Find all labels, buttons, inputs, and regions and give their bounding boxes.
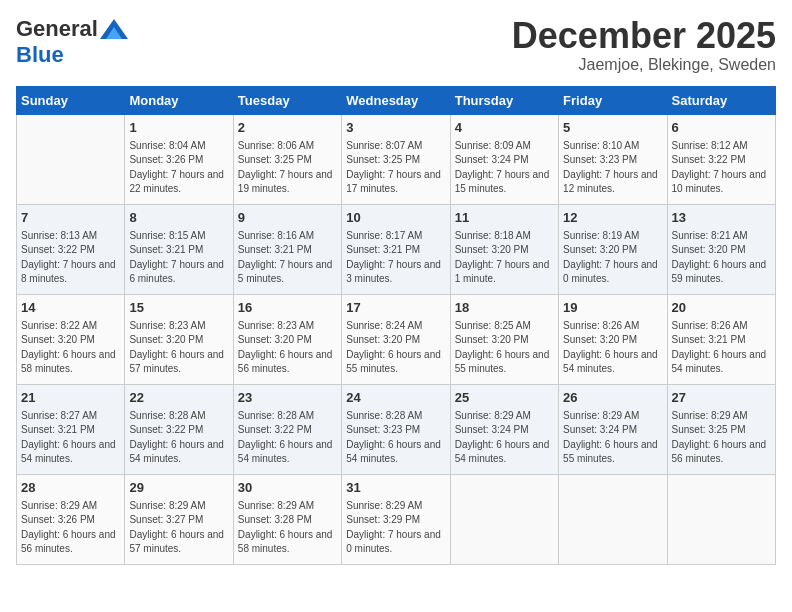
- calendar-cell: 16Sunrise: 8:23 AMSunset: 3:20 PMDayligh…: [233, 294, 341, 384]
- day-info: Sunrise: 8:29 AMSunset: 3:28 PMDaylight:…: [238, 499, 337, 557]
- calendar-cell: 22Sunrise: 8:28 AMSunset: 3:22 PMDayligh…: [125, 384, 233, 474]
- calendar-cell: 28Sunrise: 8:29 AMSunset: 3:26 PMDayligh…: [17, 474, 125, 564]
- day-info: Sunrise: 8:12 AMSunset: 3:22 PMDaylight:…: [672, 139, 771, 197]
- calendar-cell: 5Sunrise: 8:10 AMSunset: 3:23 PMDaylight…: [559, 114, 667, 204]
- calendar-header: SundayMondayTuesdayWednesdayThursdayFrid…: [17, 86, 776, 114]
- calendar-week-1: 1Sunrise: 8:04 AMSunset: 3:26 PMDaylight…: [17, 114, 776, 204]
- calendar-cell: 18Sunrise: 8:25 AMSunset: 3:20 PMDayligh…: [450, 294, 558, 384]
- day-info: Sunrise: 8:06 AMSunset: 3:25 PMDaylight:…: [238, 139, 337, 197]
- day-number: 17: [346, 299, 445, 317]
- location-subtitle: Jaemjoe, Blekinge, Sweden: [512, 56, 776, 74]
- day-number: 27: [672, 389, 771, 407]
- day-info: Sunrise: 8:04 AMSunset: 3:26 PMDaylight:…: [129, 139, 228, 197]
- day-info: Sunrise: 8:29 AMSunset: 3:26 PMDaylight:…: [21, 499, 120, 557]
- day-info: Sunrise: 8:07 AMSunset: 3:25 PMDaylight:…: [346, 139, 445, 197]
- logo: General Blue: [16, 16, 128, 68]
- calendar-cell: 9Sunrise: 8:16 AMSunset: 3:21 PMDaylight…: [233, 204, 341, 294]
- day-info: Sunrise: 8:26 AMSunset: 3:21 PMDaylight:…: [672, 319, 771, 377]
- calendar-cell: 3Sunrise: 8:07 AMSunset: 3:25 PMDaylight…: [342, 114, 450, 204]
- day-number: 23: [238, 389, 337, 407]
- calendar-cell: 27Sunrise: 8:29 AMSunset: 3:25 PMDayligh…: [667, 384, 775, 474]
- logo-general-text: General: [16, 16, 98, 42]
- day-info: Sunrise: 8:09 AMSunset: 3:24 PMDaylight:…: [455, 139, 554, 197]
- day-info: Sunrise: 8:10 AMSunset: 3:23 PMDaylight:…: [563, 139, 662, 197]
- calendar-cell: 10Sunrise: 8:17 AMSunset: 3:21 PMDayligh…: [342, 204, 450, 294]
- day-number: 4: [455, 119, 554, 137]
- calendar-table: SundayMondayTuesdayWednesdayThursdayFrid…: [16, 86, 776, 565]
- day-info: Sunrise: 8:28 AMSunset: 3:23 PMDaylight:…: [346, 409, 445, 467]
- page-header: General Blue December 2025 Jaemjoe, Blek…: [16, 16, 776, 74]
- day-number: 25: [455, 389, 554, 407]
- calendar-cell: 15Sunrise: 8:23 AMSunset: 3:20 PMDayligh…: [125, 294, 233, 384]
- calendar-week-2: 7Sunrise: 8:13 AMSunset: 3:22 PMDaylight…: [17, 204, 776, 294]
- weekday-header-tuesday: Tuesday: [233, 86, 341, 114]
- day-number: 3: [346, 119, 445, 137]
- calendar-cell: 19Sunrise: 8:26 AMSunset: 3:20 PMDayligh…: [559, 294, 667, 384]
- day-number: 10: [346, 209, 445, 227]
- calendar-body: 1Sunrise: 8:04 AMSunset: 3:26 PMDaylight…: [17, 114, 776, 564]
- calendar-cell: [17, 114, 125, 204]
- day-info: Sunrise: 8:26 AMSunset: 3:20 PMDaylight:…: [563, 319, 662, 377]
- day-number: 8: [129, 209, 228, 227]
- day-number: 15: [129, 299, 228, 317]
- day-info: Sunrise: 8:29 AMSunset: 3:27 PMDaylight:…: [129, 499, 228, 557]
- day-number: 20: [672, 299, 771, 317]
- day-number: 13: [672, 209, 771, 227]
- calendar-cell: [450, 474, 558, 564]
- day-number: 11: [455, 209, 554, 227]
- day-info: Sunrise: 8:29 AMSunset: 3:25 PMDaylight:…: [672, 409, 771, 467]
- calendar-cell: 25Sunrise: 8:29 AMSunset: 3:24 PMDayligh…: [450, 384, 558, 474]
- day-info: Sunrise: 8:19 AMSunset: 3:20 PMDaylight:…: [563, 229, 662, 287]
- day-info: Sunrise: 8:29 AMSunset: 3:29 PMDaylight:…: [346, 499, 445, 557]
- calendar-cell: 7Sunrise: 8:13 AMSunset: 3:22 PMDaylight…: [17, 204, 125, 294]
- day-number: 29: [129, 479, 228, 497]
- day-number: 30: [238, 479, 337, 497]
- weekday-header-friday: Friday: [559, 86, 667, 114]
- day-info: Sunrise: 8:28 AMSunset: 3:22 PMDaylight:…: [129, 409, 228, 467]
- calendar-cell: 21Sunrise: 8:27 AMSunset: 3:21 PMDayligh…: [17, 384, 125, 474]
- day-number: 14: [21, 299, 120, 317]
- day-number: 12: [563, 209, 662, 227]
- calendar-week-4: 21Sunrise: 8:27 AMSunset: 3:21 PMDayligh…: [17, 384, 776, 474]
- calendar-cell: 30Sunrise: 8:29 AMSunset: 3:28 PMDayligh…: [233, 474, 341, 564]
- day-number: 16: [238, 299, 337, 317]
- day-number: 24: [346, 389, 445, 407]
- calendar-week-5: 28Sunrise: 8:29 AMSunset: 3:26 PMDayligh…: [17, 474, 776, 564]
- day-number: 5: [563, 119, 662, 137]
- weekday-header-wednesday: Wednesday: [342, 86, 450, 114]
- day-number: 22: [129, 389, 228, 407]
- weekday-row: SundayMondayTuesdayWednesdayThursdayFrid…: [17, 86, 776, 114]
- calendar-cell: 2Sunrise: 8:06 AMSunset: 3:25 PMDaylight…: [233, 114, 341, 204]
- calendar-cell: 1Sunrise: 8:04 AMSunset: 3:26 PMDaylight…: [125, 114, 233, 204]
- calendar-cell: 23Sunrise: 8:28 AMSunset: 3:22 PMDayligh…: [233, 384, 341, 474]
- day-info: Sunrise: 8:13 AMSunset: 3:22 PMDaylight:…: [21, 229, 120, 287]
- day-number: 6: [672, 119, 771, 137]
- calendar-week-3: 14Sunrise: 8:22 AMSunset: 3:20 PMDayligh…: [17, 294, 776, 384]
- day-info: Sunrise: 8:28 AMSunset: 3:22 PMDaylight:…: [238, 409, 337, 467]
- day-info: Sunrise: 8:24 AMSunset: 3:20 PMDaylight:…: [346, 319, 445, 377]
- day-info: Sunrise: 8:18 AMSunset: 3:20 PMDaylight:…: [455, 229, 554, 287]
- title-block: December 2025 Jaemjoe, Blekinge, Sweden: [512, 16, 776, 74]
- calendar-cell: 17Sunrise: 8:24 AMSunset: 3:20 PMDayligh…: [342, 294, 450, 384]
- logo-blue-text: Blue: [16, 42, 64, 68]
- calendar-cell: 12Sunrise: 8:19 AMSunset: 3:20 PMDayligh…: [559, 204, 667, 294]
- day-number: 28: [21, 479, 120, 497]
- day-number: 26: [563, 389, 662, 407]
- calendar-cell: 31Sunrise: 8:29 AMSunset: 3:29 PMDayligh…: [342, 474, 450, 564]
- calendar-cell: 13Sunrise: 8:21 AMSunset: 3:20 PMDayligh…: [667, 204, 775, 294]
- logo-icon: [100, 19, 128, 39]
- month-title: December 2025: [512, 16, 776, 56]
- calendar-cell: 26Sunrise: 8:29 AMSunset: 3:24 PMDayligh…: [559, 384, 667, 474]
- calendar-cell: 29Sunrise: 8:29 AMSunset: 3:27 PMDayligh…: [125, 474, 233, 564]
- calendar-cell: 20Sunrise: 8:26 AMSunset: 3:21 PMDayligh…: [667, 294, 775, 384]
- weekday-header-sunday: Sunday: [17, 86, 125, 114]
- weekday-header-thursday: Thursday: [450, 86, 558, 114]
- calendar-cell: [667, 474, 775, 564]
- day-info: Sunrise: 8:25 AMSunset: 3:20 PMDaylight:…: [455, 319, 554, 377]
- calendar-cell: 8Sunrise: 8:15 AMSunset: 3:21 PMDaylight…: [125, 204, 233, 294]
- calendar-cell: 14Sunrise: 8:22 AMSunset: 3:20 PMDayligh…: [17, 294, 125, 384]
- day-number: 21: [21, 389, 120, 407]
- day-info: Sunrise: 8:23 AMSunset: 3:20 PMDaylight:…: [129, 319, 228, 377]
- day-number: 1: [129, 119, 228, 137]
- day-number: 18: [455, 299, 554, 317]
